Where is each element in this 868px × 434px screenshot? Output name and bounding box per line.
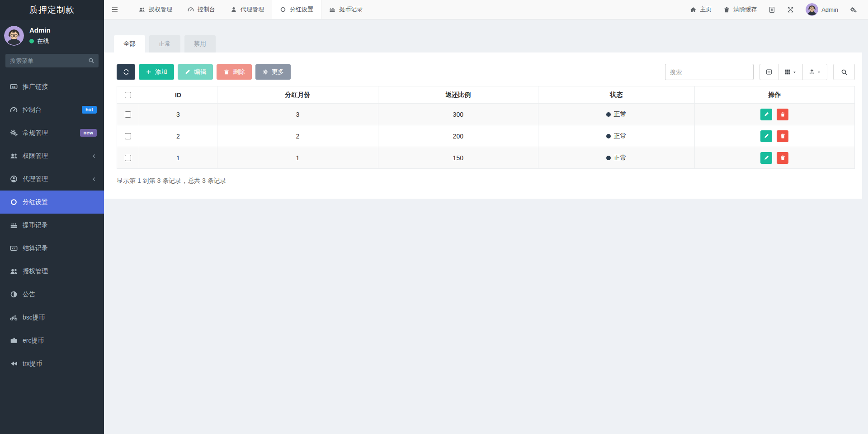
tab-label: 授权管理: [149, 5, 172, 14]
filter-tab-normal[interactable]: 正常: [149, 35, 180, 52]
pencil-icon: [764, 133, 769, 139]
sidebar-toggle-button[interactable]: [104, 0, 126, 19]
topbar-right: 主页 清除缓存 Admin: [684, 0, 868, 19]
sidebar-item-withdraw-log[interactable]: 提币记录: [0, 214, 104, 237]
trash-icon: [780, 111, 786, 117]
home-button[interactable]: 主页: [684, 0, 717, 19]
cell-month: 1: [217, 147, 378, 169]
user-circle-icon: [10, 175, 18, 183]
file-user-icon: [769, 6, 775, 13]
sidebar-item-dashboard[interactable]: 控制台 hot: [0, 98, 104, 121]
cell-id: 2: [139, 125, 217, 147]
row-checkbox[interactable]: [125, 133, 131, 139]
sidebar-item-label: erc提币: [23, 337, 44, 345]
plus-icon: [146, 69, 152, 75]
tab-dividend[interactable]: 分红设置: [272, 0, 321, 19]
select-all-cell: [117, 86, 139, 104]
topbar-tabs: 授权管理 控制台 代理管理 分红设置 提币记录: [131, 0, 370, 19]
sidebar-item-trx[interactable]: trx提币: [0, 352, 104, 375]
filter-tab-all[interactable]: 全部: [114, 35, 145, 52]
caret-down-icon: [793, 70, 797, 74]
circle-icon: [280, 6, 286, 13]
table-header-row: ID 分红月份 返还比例 状态 操作: [117, 86, 855, 104]
sidebar-item-agent[interactable]: 代理管理: [0, 167, 104, 191]
tab-dashboard[interactable]: 控制台: [180, 0, 223, 19]
cell-ratio: 150: [378, 147, 538, 169]
row-delete-button[interactable]: [777, 130, 788, 142]
cc-card-icon: [10, 83, 18, 91]
row-edit-button[interactable]: [760, 109, 772, 120]
sidebar-item-label: 控制台: [23, 106, 42, 114]
online-status-label: 在线: [37, 37, 49, 45]
tab-authorize[interactable]: 授权管理: [131, 0, 180, 19]
sidebar-item-dividend[interactable]: 分红设置: [0, 191, 104, 214]
expand-icon: [787, 6, 794, 13]
topbar: 授权管理 控制台 代理管理 分红设置 提币记录 主页 清除缓存: [104, 0, 868, 19]
col-ratio: 返还比例: [378, 86, 538, 104]
home-label: 主页: [700, 5, 712, 14]
users-icon: [10, 152, 18, 160]
more-button[interactable]: 更多: [255, 64, 291, 80]
sidebar-item-label: 权限管理: [23, 152, 48, 160]
row-checkbox[interactable]: [125, 111, 131, 118]
sidebar-item-settle-log[interactable]: 结算记录: [0, 237, 104, 260]
settings-button[interactable]: [844, 0, 863, 19]
sidebar-item-label: 代理管理: [23, 175, 48, 183]
user-name: Admin: [29, 26, 51, 34]
row-edit-button[interactable]: [760, 130, 772, 142]
delete-button[interactable]: 删除: [217, 64, 252, 80]
sidebar-item-general[interactable]: 常规管理 new: [0, 121, 104, 144]
cell-ratio: 200: [378, 125, 538, 147]
pencil-icon: [184, 69, 191, 75]
row-delete-button[interactable]: [777, 109, 788, 120]
sidebar-item-label: bsc提币: [23, 314, 45, 322]
select-all-checkbox[interactable]: [125, 92, 131, 98]
cell-month: 2: [217, 125, 378, 147]
list-view-icon: [766, 69, 772, 75]
sidebar-item-auth[interactable]: 权限管理: [0, 144, 104, 167]
sidebar-item-bsc[interactable]: bsc提币: [0, 306, 104, 329]
detail-view-button[interactable]: [760, 64, 778, 80]
cell-operate: [694, 104, 854, 125]
home-icon: [690, 6, 697, 13]
refresh-button[interactable]: [117, 64, 135, 80]
filter-tab-disabled[interactable]: 禁用: [184, 35, 216, 52]
sidebar-item-label: 提币记录: [23, 221, 48, 229]
adjust-icon: [10, 291, 18, 298]
sidebar-item-label: 推广链接: [23, 83, 48, 91]
cell-status: 正常: [538, 125, 694, 147]
sidebar: 质押定制款 Admin 在线 推广链接 控制台 hot 常规管理 new: [0, 0, 104, 434]
clear-cache-label: 清除缓存: [733, 5, 757, 14]
terminal-switch-button[interactable]: [763, 0, 781, 19]
sidebar-user-panel: Admin 在线: [0, 20, 104, 49]
search-submit-button[interactable]: [833, 64, 855, 80]
search-icon: [841, 69, 848, 76]
tab-agent[interactable]: 代理管理: [223, 0, 272, 19]
sidebar-item-notice[interactable]: 公告: [0, 283, 104, 306]
sidebar-item-label: 授权管理: [23, 267, 48, 276]
tab-withdraw-log[interactable]: 提币记录: [321, 0, 370, 19]
hamburger-icon: [111, 6, 118, 13]
profile-menu[interactable]: Admin: [800, 0, 844, 19]
row-delete-button[interactable]: [777, 152, 788, 164]
clear-cache-button[interactable]: 清除缓存: [717, 0, 763, 19]
status-label: 正常: [614, 132, 627, 140]
hot-badge: hot: [82, 106, 97, 114]
menu-search-input[interactable]: [5, 54, 99, 67]
sidebar-item-authorize[interactable]: 授权管理: [0, 260, 104, 283]
table-search-input[interactable]: [665, 64, 754, 80]
edit-button[interactable]: 编辑: [178, 64, 213, 80]
cogs-icon: [10, 129, 18, 137]
status-dot: [606, 112, 611, 117]
add-button[interactable]: 添加: [139, 64, 174, 80]
online-status-dot: [29, 39, 34, 43]
sidebar-item-promo-link[interactable]: 推广链接: [0, 75, 104, 98]
status-label: 正常: [614, 110, 627, 119]
users-icon: [139, 6, 145, 13]
columns-button[interactable]: [778, 64, 802, 80]
export-button[interactable]: [802, 64, 827, 80]
fullscreen-button[interactable]: [781, 0, 800, 19]
row-edit-button[interactable]: [760, 152, 772, 164]
sidebar-item-erc[interactable]: erc提币: [0, 329, 104, 352]
row-checkbox[interactable]: [125, 155, 131, 161]
